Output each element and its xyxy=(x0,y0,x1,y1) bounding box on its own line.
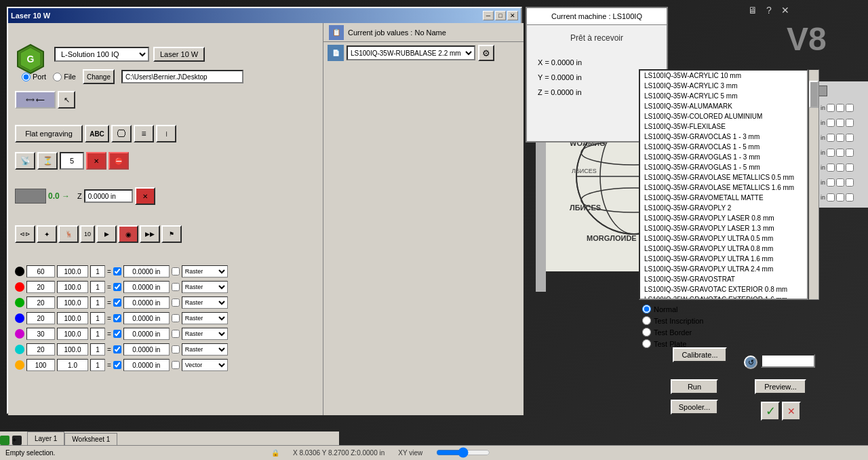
tb-row-checkbox-5[interactable] xyxy=(836,104,844,112)
wifi-btn[interactable]: 📡 xyxy=(15,152,35,170)
layer-speed-input[interactable] xyxy=(26,281,55,293)
test-plate-option[interactable]: Test Plate xyxy=(642,339,832,348)
tb-row-checkbox-5[interactable] xyxy=(836,119,844,127)
layer-passes-input[interactable] xyxy=(90,328,105,340)
ok-button[interactable]: ✓ xyxy=(761,402,780,421)
calibrate-button[interactable]: Calibrate... xyxy=(673,347,727,362)
material-list-item[interactable]: LS100IQ-35W-COLORED ALUMINIUM xyxy=(640,111,807,121)
tb-row-checkbox-6[interactable] xyxy=(846,104,854,112)
layer-passes-input[interactable] xyxy=(90,265,105,277)
layer-speed-input[interactable] xyxy=(26,359,55,371)
material-list-item[interactable]: LS100IQ-35W-ACRYLIC 3 mm xyxy=(640,81,807,91)
layer-speed-input[interactable] xyxy=(26,265,55,277)
material-list-item[interactable]: LS100IQ-35W-GRAVOTAC EXTERIOR 1.6 mm xyxy=(640,294,807,300)
speed-num[interactable]: 10 xyxy=(80,225,95,243)
material-list-item[interactable]: LS100IQ-35W-ALUMAMARK xyxy=(640,101,807,111)
port-radio-label[interactable]: Port xyxy=(22,73,46,81)
tb-row-checkbox-5[interactable] xyxy=(836,164,844,172)
tb-row-checkbox-4[interactable] xyxy=(827,164,835,172)
run-button[interactable]: Run xyxy=(671,379,718,394)
pause-btn[interactable]: ▶▶ xyxy=(140,225,160,243)
laser-button[interactable]: Laser 10 W xyxy=(153,47,205,62)
tb-row-checkbox-5[interactable] xyxy=(836,134,844,142)
material-list-item[interactable]: LS100IQ-35W-GRAVOLASE METALLICS 0.5 mm xyxy=(640,172,807,183)
material-list-item[interactable]: LS100IQ-35W-GRAVOPLY 2 xyxy=(640,203,807,213)
close-button[interactable]: ✕ xyxy=(507,11,518,20)
flag-btn[interactable]: ⚑ xyxy=(161,225,182,243)
layer-passes-input[interactable] xyxy=(90,359,105,371)
tb-row-checkbox-6[interactable] xyxy=(846,119,854,127)
material-list-item[interactable]: LS100IQ-35W-GRAVOPLY ULTRA 0.5 mm xyxy=(640,233,807,244)
material-settings-btn[interactable]: ⚙ xyxy=(478,45,494,61)
layer-power-input[interactable] xyxy=(57,359,88,371)
layer-checkbox[interactable] xyxy=(113,283,121,291)
layer-offset-input[interactable] xyxy=(123,312,170,324)
hourglass-btn[interactable]: ⏳ xyxy=(37,152,58,170)
port-radio[interactable] xyxy=(22,73,31,81)
layer-checkbox-2[interactable] xyxy=(172,299,180,307)
z-clear-btn[interactable]: ✕ xyxy=(135,187,155,205)
material-dropdown-list[interactable]: LS100IQ-35W-ACRYLIC 10 mmLS100IQ-35W-ACR… xyxy=(639,69,808,300)
test-inscription-option[interactable]: Test Inscription xyxy=(642,316,832,325)
tb-row-checkbox-4[interactable] xyxy=(827,104,835,112)
tb-row-checkbox-5[interactable] xyxy=(836,149,844,157)
material-list-item[interactable]: LS100IQ-35W-GRAVOTAC EXTERIOR 0.8 mm xyxy=(640,284,807,294)
tb-row-checkbox-4[interactable] xyxy=(827,119,835,127)
layer-power-input[interactable] xyxy=(57,265,88,277)
layer-passes-input[interactable] xyxy=(90,281,105,293)
file-path-input[interactable] xyxy=(121,70,243,83)
layer-checkbox[interactable] xyxy=(113,330,121,338)
layer-checkbox[interactable] xyxy=(113,267,121,275)
tb-row-checkbox-4[interactable] xyxy=(827,149,835,157)
layer-checkbox-2[interactable] xyxy=(172,345,180,353)
normal-radio[interactable] xyxy=(642,305,651,313)
tb-row-checkbox-4[interactable] xyxy=(827,134,835,142)
test-inscription-radio[interactable] xyxy=(642,316,651,325)
material-list-item[interactable]: LS100IQ-35W-GRAVOCLAS 1 - 3 mm xyxy=(640,132,807,142)
help-icon[interactable]: ? xyxy=(762,3,776,17)
solution-dropdown[interactable]: L-Solution 100 IQ xyxy=(54,47,149,62)
select-tool[interactable]: ↖ xyxy=(58,91,75,109)
layer-color-indicator[interactable] xyxy=(0,436,9,445)
layer-checkbox[interactable] xyxy=(113,299,121,307)
circle-btn[interactable]: ◉ xyxy=(118,225,138,243)
maximize-button[interactable]: □ xyxy=(495,11,506,20)
layer-checkbox[interactable] xyxy=(113,314,121,322)
material-list-item[interactable]: LS100IQ-35W-GRAVOLASE METALLICS 1.6 mm xyxy=(640,183,807,193)
tb-row-checkbox-6[interactable] xyxy=(846,134,854,142)
worksheet-tab[interactable]: Worksheet 1 xyxy=(64,433,117,445)
monitor-icon[interactable]: 🖥 xyxy=(746,3,760,17)
material-list-item[interactable]: LS100IQ-35W-GRAVOSTRAT xyxy=(640,274,807,284)
layer-offset-input[interactable] xyxy=(123,281,170,293)
layer-power-input[interactable] xyxy=(57,281,88,293)
monitor-btn[interactable]: 🖵 xyxy=(111,125,132,142)
test-border-option[interactable]: Test Border xyxy=(642,328,832,337)
layer-checkbox-2[interactable] xyxy=(172,314,180,322)
file-radio-label[interactable]: File xyxy=(53,73,76,81)
layer-passes-input[interactable] xyxy=(90,296,105,309)
tb-row-checkbox-6[interactable] xyxy=(846,178,854,187)
add-layer-btn[interactable]: + xyxy=(12,436,22,445)
move-tool[interactable]: ⟺ ⟵ xyxy=(15,91,56,109)
close-top-icon[interactable]: ✕ xyxy=(778,3,792,17)
material-list-item[interactable]: LS100IQ-35W-ACRYLIC 5 mm xyxy=(640,91,807,101)
layer-power-input[interactable] xyxy=(57,312,88,324)
change-button[interactable]: Change xyxy=(83,69,115,84)
layer-mode-select[interactable]: Raster Vector xyxy=(182,265,228,277)
test-plate-radio[interactable] xyxy=(642,339,651,348)
abc-btn[interactable]: ABC xyxy=(85,125,109,142)
stop-btn[interactable]: ✕ xyxy=(86,152,106,170)
material-list-item[interactable]: LS100IQ-35W-GRAVOPLY LASER 1.3 mm xyxy=(640,223,807,233)
layer-passes-input[interactable] xyxy=(90,343,105,356)
layer-checkbox[interactable] xyxy=(113,361,121,369)
layer-offset-input[interactable] xyxy=(123,359,170,371)
layer-tab[interactable]: Layer 1 xyxy=(27,432,64,445)
layer-checkbox-2[interactable] xyxy=(172,283,180,291)
layer-offset-input[interactable] xyxy=(123,328,170,340)
layer-speed-input[interactable] xyxy=(26,312,55,324)
layer-speed-input[interactable] xyxy=(26,328,55,340)
zoom-slider[interactable] xyxy=(436,447,490,458)
deer-icon[interactable]: 🦌 xyxy=(58,225,79,243)
tb-row-checkbox-5[interactable] xyxy=(836,193,844,202)
material-list-item[interactable]: LS100IQ-35W-GRAVOMETALL MATTE xyxy=(640,193,807,203)
